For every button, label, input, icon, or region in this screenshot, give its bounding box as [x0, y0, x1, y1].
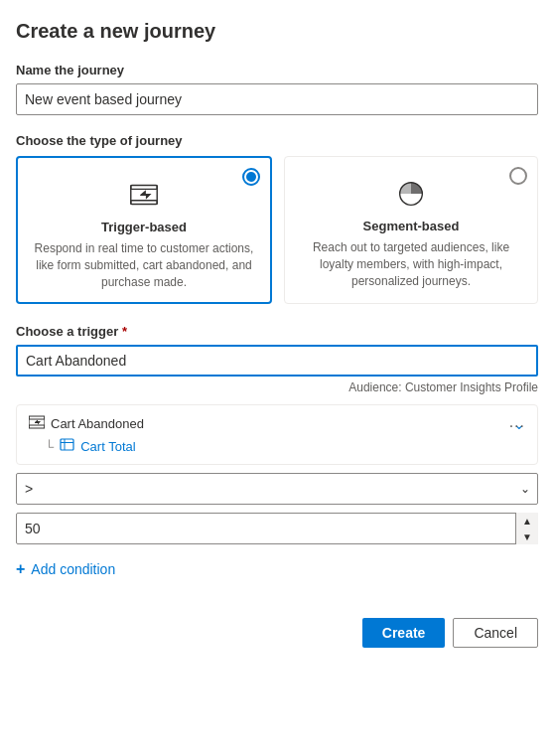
svg-rect-9	[61, 439, 73, 450]
trigger-based-title: Trigger-based	[30, 220, 258, 234]
filter-row-left: Cart Abandoned	[29, 415, 144, 432]
page-title: Create a new journey	[16, 20, 538, 43]
filter-trigger-label: Cart Abandoned	[51, 416, 144, 431]
segment-based-radio[interactable]	[509, 167, 527, 185]
operator-select[interactable]: > < = >= <= !=	[16, 473, 538, 505]
trigger-input[interactable]	[16, 345, 538, 377]
cart-total-icon	[60, 438, 74, 454]
required-star: *	[122, 324, 127, 339]
segment-based-icon	[297, 177, 525, 211]
operator-select-wrap: > < = >= <= != ⌄	[16, 473, 538, 505]
add-condition-row[interactable]: + Add condition	[16, 560, 538, 578]
journey-type-options: Trigger-based Respond in real time to cu…	[16, 156, 538, 304]
value-spinner: ▲ ▼	[515, 513, 538, 544]
journey-type-label: Choose the type of journey	[16, 133, 538, 148]
cart-total-label[interactable]: Cart Total	[80, 439, 135, 454]
spin-up-button[interactable]: ▲	[516, 513, 538, 529]
cancel-button[interactable]: Cancel	[453, 618, 538, 648]
trigger-input-wrap	[16, 345, 538, 377]
segment-based-desc: Reach out to targeted audiences, like lo…	[297, 239, 525, 289]
filter-box: ... Cart Abandoned ⌄ └	[16, 404, 538, 465]
more-options-icon[interactable]: ...	[509, 413, 525, 431]
segment-based-title: Segment-based	[297, 219, 525, 233]
footer-buttons: Create Cancel	[16, 618, 538, 648]
cart-trigger-icon	[29, 415, 45, 432]
svg-rect-5	[29, 416, 45, 419]
journey-type-section: Choose the type of journey Trigger-based…	[16, 133, 538, 304]
create-button[interactable]: Create	[362, 618, 446, 648]
name-label: Name the journey	[16, 63, 538, 77]
filter-child-row: └ Cart Total	[45, 438, 525, 454]
journey-name-input[interactable]	[16, 83, 538, 115]
trigger-based-radio[interactable]	[242, 168, 260, 186]
trigger-based-desc: Respond in real time to customer actions…	[30, 240, 258, 290]
value-input[interactable]	[16, 513, 538, 544]
value-input-wrap: ▲ ▼	[16, 513, 538, 544]
trigger-based-icon	[30, 178, 258, 212]
svg-rect-6	[29, 425, 45, 428]
add-condition-plus-icon: +	[16, 560, 25, 578]
svg-rect-3	[131, 201, 157, 205]
add-condition-label: Add condition	[31, 561, 115, 577]
audience-hint: Audience: Customer Insights Profile	[16, 380, 538, 394]
tree-line: └	[45, 439, 54, 454]
trigger-section: Choose a trigger * Audience: Customer In…	[16, 324, 538, 394]
name-section: Name the journey	[16, 63, 538, 115]
svg-rect-0	[131, 186, 157, 190]
filter-trigger-row: Cart Abandoned ⌄	[29, 415, 525, 432]
trigger-based-card[interactable]: Trigger-based Respond in real time to cu…	[16, 156, 272, 304]
spin-down-button[interactable]: ▼	[516, 529, 538, 544]
segment-based-card[interactable]: Segment-based Reach out to targeted audi…	[284, 156, 538, 304]
trigger-label: Choose a trigger *	[16, 324, 538, 339]
